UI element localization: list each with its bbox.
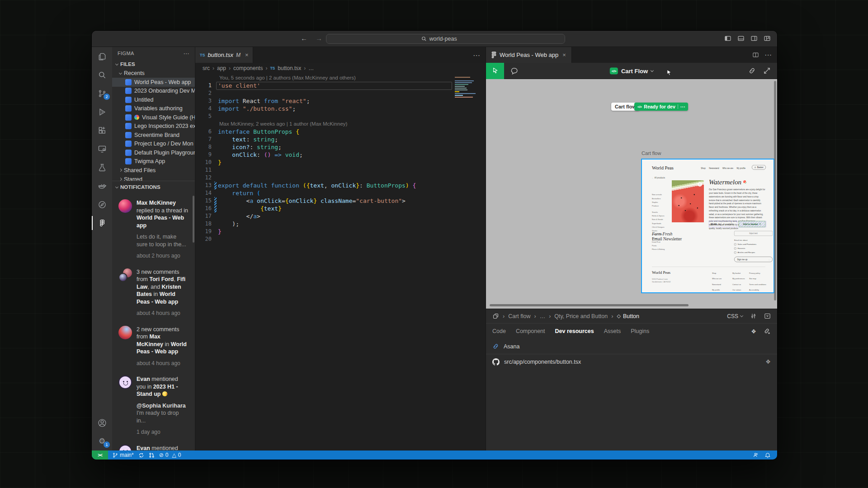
more-actions-icon[interactable]: ⋯	[184, 50, 189, 57]
history-forward-icon[interactable]: →	[316, 34, 322, 42]
open-in-figma-icon[interactable]	[763, 67, 771, 75]
copy-link-icon[interactable]	[748, 67, 756, 75]
add-link-icon[interactable]	[764, 328, 771, 335]
codetour-icon[interactable]	[92, 195, 112, 214]
code-area[interactable]: You, 5 seconds ago | 2 authors (Max McKi…	[195, 73, 486, 450]
customize-layout-icon[interactable]	[764, 35, 771, 42]
editor-tab[interactable]: TS button.tsx M ×	[195, 47, 253, 63]
breadcrumb[interactable]: src› app› components› TS button.tsx› …	[195, 63, 486, 73]
code-token: icon?	[218, 144, 250, 150]
tab-assets[interactable]: Assets	[604, 328, 621, 334]
tab-plugins[interactable]: Plugins	[631, 328, 649, 334]
docker-icon[interactable]	[92, 177, 112, 195]
branch-indicator[interactable]: main*	[113, 452, 134, 458]
code-token: >	[402, 197, 406, 204]
canvas-vertical-scrollbar[interactable]	[774, 81, 776, 300]
close-tab-icon[interactable]: ×	[562, 52, 566, 58]
toggle-secondary-sidebar-icon[interactable]	[750, 35, 758, 42]
crumb-item[interactable]: …	[540, 313, 546, 319]
sync-button[interactable]	[138, 452, 144, 458]
testing-icon[interactable]	[92, 158, 112, 177]
inspect-tabs: Code Component Dev resources Assets Plug…	[486, 324, 777, 339]
more-actions-icon[interactable]: ⋯	[764, 51, 772, 59]
select-tool-button[interactable]	[486, 63, 504, 79]
figma-canvas[interactable]: Cart flow </> Ready for dev ⋯ Cart flow …	[486, 79, 777, 309]
notification-item[interactable]: Evan mentioned you in 2023 H1 - Stand up…	[112, 371, 195, 440]
code-token: import	[218, 98, 243, 104]
file-item[interactable]: Screentime Brand	[112, 131, 195, 140]
file-item[interactable]: Lego Inspection 2023 explo…	[112, 122, 195, 131]
problems-indicator[interactable]: ⊘ 0 △ 0	[159, 452, 181, 458]
tab-component[interactable]: Component	[516, 328, 545, 334]
css-dropdown[interactable]: CSS	[727, 313, 743, 319]
editor-actions-icon[interactable]: ⋯	[473, 51, 480, 60]
frame-name-label[interactable]: Cart flow	[642, 150, 661, 156]
figma-tab[interactable]: World Peas - Web app ×	[486, 47, 572, 63]
notifications-bell-icon[interactable]	[764, 452, 771, 458]
code-token: onClick	[218, 151, 257, 158]
toggle-primary-sidebar-icon[interactable]	[724, 35, 731, 42]
dev-resource-link[interactable]: Asana	[486, 339, 777, 354]
file-item[interactable]: Visual Style Guide (Help …	[112, 113, 195, 122]
search-view-icon[interactable]	[92, 66, 112, 84]
crumb-item[interactable]: Cart flow	[508, 313, 530, 319]
tab-dev-resources[interactable]: Dev resources	[555, 328, 594, 334]
recents-header[interactable]: Recents	[112, 69, 195, 78]
run-debug-icon[interactable]	[92, 103, 112, 121]
figma-view-icon[interactable]	[92, 214, 112, 232]
files-section-header[interactable]: FILES	[112, 60, 195, 69]
actions-icon[interactable]: ❖	[751, 328, 756, 335]
settings-sliders-icon[interactable]	[750, 313, 757, 319]
file-item[interactable]: Default Plugin Playground	[112, 148, 195, 157]
remote-explorer-icon[interactable]	[92, 140, 112, 158]
minimap[interactable]	[455, 76, 481, 98]
notifications-header[interactable]: NOTIFICATIONS	[112, 181, 195, 193]
split-editor-icon[interactable]	[752, 52, 759, 58]
explorer-icon[interactable]	[92, 47, 112, 66]
pull-request-button[interactable]	[149, 452, 155, 458]
feedback-icon[interactable]	[753, 452, 759, 458]
settings-gear-icon[interactable]: ⚙ 1	[92, 432, 112, 450]
resource-actions-icon[interactable]: ❖	[765, 358, 771, 365]
search-input[interactable]	[429, 36, 470, 42]
toggle-panel-icon[interactable]	[737, 35, 745, 42]
starred-header[interactable]: Starred	[112, 175, 195, 181]
section-selector[interactable]: </> Cart Flow	[610, 67, 653, 74]
ready-for-dev-pill[interactable]: </> Ready for dev ⋯	[634, 103, 688, 111]
remote-indicator[interactable]: ><	[92, 450, 108, 460]
accounts-icon[interactable]	[92, 413, 112, 432]
resource-label: src/app/components/button.tsx	[504, 359, 581, 365]
crumb-current[interactable]: ◇Button	[617, 313, 639, 319]
history-back-icon[interactable]: ←	[301, 34, 307, 42]
design-frame[interactable]: World Peas Shop Newsstand Who we are My …	[641, 159, 774, 293]
command-center-search[interactable]	[326, 34, 565, 44]
source-control-icon[interactable]: 2	[92, 84, 112, 103]
notification-item[interactable]: Max McKinney replied to a thread in Worl…	[112, 195, 195, 264]
crumb-item[interactable]: Qty, Price and Button	[554, 313, 608, 319]
shared-files-header[interactable]: Shared Files	[112, 166, 195, 175]
close-tab-icon[interactable]: ×	[245, 52, 249, 58]
notification-item[interactable]: 3 new comments from Tori Ford, Fifi Law,…	[112, 264, 195, 321]
file-item[interactable]: Project Lego / Dev Mon Slid…	[112, 140, 195, 149]
recents-label: Recents	[124, 70, 145, 76]
file-item[interactable]: Untitled	[112, 95, 195, 104]
notifications-list[interactable]: Max McKinney replied to a thread in Worl…	[112, 193, 195, 450]
canvas-horizontal-scrollbar[interactable]	[490, 304, 689, 306]
notification-item[interactable]: 2 new comments from Max McKinney in Worl…	[112, 321, 195, 371]
extensions-icon[interactable]	[92, 121, 112, 140]
comment-tool-button[interactable]	[510, 67, 519, 75]
dev-resource-link[interactable]: src/app/components/button.tsx ❖	[486, 354, 777, 369]
collapse-panel-icon[interactable]	[764, 313, 771, 319]
add-to-basket-button[interactable]: Add to basket	[739, 221, 765, 227]
code-token: ;	[299, 151, 303, 158]
more-icon[interactable]: ⋯	[680, 104, 685, 109]
notification-item[interactable]: Evan mentioned you in 2023 H1 - Stand up…	[112, 440, 195, 451]
layers-icon[interactable]	[492, 313, 499, 319]
file-item[interactable]: Twigma App	[112, 157, 195, 166]
tab-code[interactable]: Code	[492, 328, 506, 334]
scrollbar[interactable]	[193, 196, 194, 243]
newsletter-input: Input text	[734, 231, 773, 236]
file-item[interactable]: World Peas - Web app	[112, 78, 195, 87]
file-item[interactable]: 2023 Onboarding Dev Mode	[112, 87, 195, 96]
file-item[interactable]: Variables authoring	[112, 104, 195, 113]
